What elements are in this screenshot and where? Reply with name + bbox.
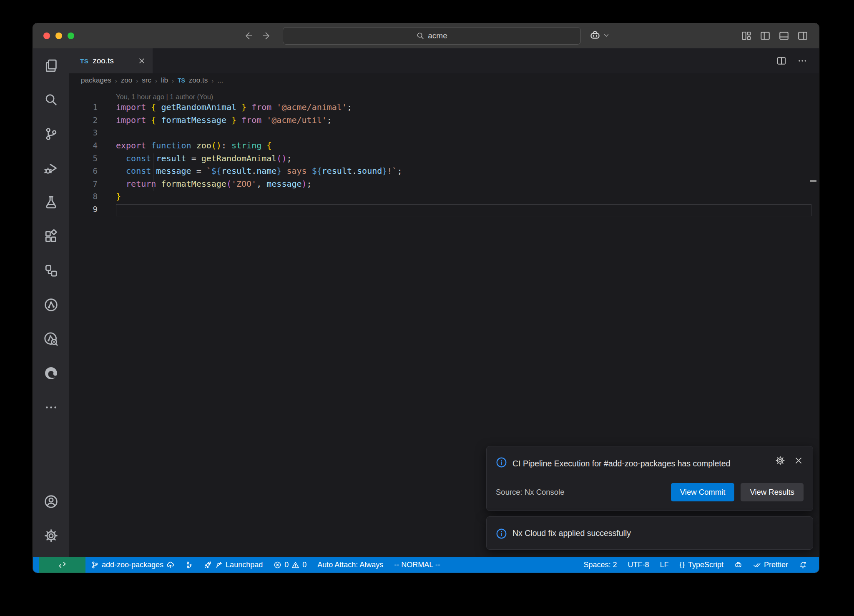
line-number: 1 [69,103,98,112]
maximize-window-button[interactable] [68,33,74,39]
activity-item-edge-browser[interactable] [33,356,69,390]
traffic-lights [43,33,74,39]
account-icon [44,494,58,509]
eol-item[interactable]: LF [655,557,674,573]
overview-ruler-mark [810,180,816,182]
code-token: name [256,166,276,176]
remote-icon [58,561,66,569]
minimize-window-button[interactable] [55,33,62,39]
activity-item-run-debug[interactable] [33,151,69,185]
code-line: 4export function zoo(): string { [69,139,819,152]
code-token: ( [226,179,231,189]
branch-item[interactable]: add-zoo-packages [85,557,180,573]
tab-zoo-ts[interactable]: TS zoo.ts [69,48,153,73]
view-results-button[interactable]: View Results [741,483,804,501]
code-token: ; [307,179,312,189]
search-icon [44,93,58,107]
copilot-item[interactable] [729,557,748,573]
code-token: : [221,140,226,150]
activity-item-testing[interactable] [33,185,69,219]
encoding-item[interactable]: UTF-8 [623,557,655,573]
statusbar-text: UTF-8 [628,561,649,569]
extensions-icon [44,229,58,244]
problems-item[interactable]: 00 [268,557,312,573]
breadcrumb-item[interactable]: packages [81,76,111,85]
code-token: () [276,153,286,163]
notification-close-icon[interactable] [794,456,804,466]
language-item[interactable]: {}TypeScript [674,557,729,573]
code-token: from [236,115,261,125]
git-graph-item[interactable] [180,557,198,573]
statusbar-text: TypeScript [688,561,723,569]
code-token: } [276,166,281,176]
code-token: zoo [191,140,211,150]
activity-item-account[interactable] [33,484,69,518]
notification-settings-icon[interactable] [775,456,785,466]
prettier-item[interactable]: Prettier [748,557,794,573]
spaces-item[interactable]: Spaces: 2 [578,557,622,573]
code-token: ${ [312,166,322,176]
line-number: 3 [69,128,98,137]
edge-browser-icon [44,366,58,381]
toggle-sidebar-icon[interactable] [760,30,771,41]
activity-item-settings-gear[interactable] [33,518,69,553]
copilot-icon [589,30,601,41]
tab-bar: TS zoo.ts [69,48,819,73]
code-token: result [151,153,186,163]
view-commit-button[interactable]: View Commit [671,483,735,501]
auto-attach-item[interactable]: Auto Attach: Always [312,557,389,573]
notification-message: Nx Cloud fix applied successfully [512,528,631,539]
code-token: message [266,179,301,189]
activity-item-references[interactable] [33,253,69,288]
activity-item-nx-console[interactable] [33,288,69,322]
code-token: = [191,166,206,176]
code-token: says [281,166,311,176]
activity-item-search[interactable] [33,83,69,117]
back-arrow-icon[interactable] [243,30,254,41]
launchpad-item[interactable]: Launchpad [198,557,268,573]
activity-item-source-control[interactable] [33,117,69,151]
git-graph-icon [185,561,193,569]
code-token: , [256,179,266,189]
more-actions-icon[interactable] [797,56,807,66]
close-window-button[interactable] [43,33,50,39]
error-icon [274,561,281,569]
toggle-secondary-sidebar-icon[interactable] [797,30,808,41]
code-token [146,115,151,125]
close-tab-icon[interactable] [138,57,146,65]
breadcrumb-item[interactable]: src [142,76,151,85]
code-token: ${ [211,166,221,176]
code-token: () [211,140,221,150]
command-center-search[interactable]: acme [283,27,581,45]
vim-mode-item[interactable]: -- NORMAL -- [389,557,445,573]
current-line-highlight [116,204,811,216]
code-line: 5 const result = getRandomAnimal(); [69,152,819,165]
breadcrumb-separator-icon: › [172,77,174,84]
toggle-panel-icon[interactable] [779,30,789,41]
copilot-menu[interactable] [589,30,610,41]
line-number: 7 [69,179,98,188]
breadcrumb-more[interactable]: ... [217,76,223,85]
activity-item-explorer[interactable] [33,48,69,83]
breadcrumb-item[interactable]: zoo [121,76,132,85]
breadcrumb-file[interactable]: zoo.ts [189,76,208,85]
explorer-icon [44,58,58,73]
bell-dot-icon [799,561,807,569]
split-editor-icon[interactable] [776,56,786,66]
customize-layout-icon[interactable] [741,30,752,41]
activity-item-extensions[interactable] [33,219,69,253]
statusbar-text: add-zoo-packages [102,561,163,569]
remote-indicator[interactable] [39,557,85,573]
rocket-icon [204,561,212,569]
code-token: function [146,140,191,150]
activity-item-nx-cloud[interactable] [33,322,69,356]
breadcrumb-item[interactable]: lib [161,76,168,85]
forward-arrow-icon[interactable] [261,30,272,41]
cloud-upload-icon [166,561,174,569]
statusbar-text: Launchpad [226,561,263,569]
activity-item-more-ellipsis[interactable] [33,390,69,424]
notifications-bell-item[interactable] [794,557,812,573]
code-text: const result = getRandomAnimal(); [98,153,291,163]
references-icon [44,263,58,278]
statusbar-text: 0 [284,561,289,569]
